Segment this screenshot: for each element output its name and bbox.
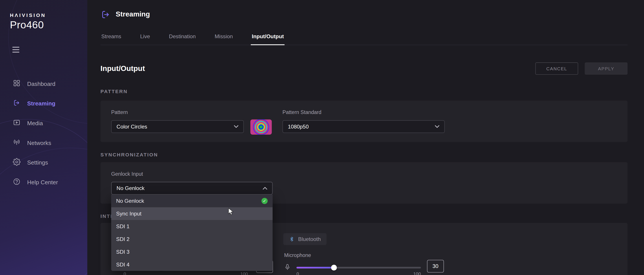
option-label: SDI 2: [116, 236, 130, 242]
dashboard-icon: [13, 79, 21, 88]
sidebar-item-label: Media: [27, 120, 43, 127]
media-icon: [13, 119, 21, 128]
pattern-field-label: Pattern: [111, 110, 244, 116]
scale-max-label: 100: [413, 271, 421, 275]
dropdown-option-sdi-3[interactable]: SDI 3: [111, 245, 272, 258]
microphone-label: Microphone: [284, 252, 311, 258]
pattern-section-label: PATTERN: [100, 89, 628, 95]
synchronization-card: Genlock Input No Genlock No Genlock ✓ Sy…: [100, 162, 628, 204]
tab-mission[interactable]: Mission: [214, 30, 234, 45]
dropdown-option-sdi-1[interactable]: SDI 1: [111, 220, 272, 233]
settings-icon: [13, 158, 21, 167]
pattern-select-value: Color Circles: [116, 123, 147, 130]
dropdown-option-sdi-4[interactable]: SDI 4: [111, 258, 272, 271]
microphone-value-input[interactable]: 30: [427, 260, 444, 273]
synchronization-section-label: SYNCHRONIZATION: [100, 152, 628, 158]
microphone-slider-row: 0 100 30: [284, 259, 444, 275]
genlock-field: Genlock Input No Genlock: [111, 171, 617, 195]
microphone-slider-scale: 0 100: [296, 271, 421, 275]
sidebar: HΛIVISION Pro460 Dashboard: [0, 0, 87, 275]
sidebar-nav: Dashboard Streaming Media: [0, 74, 87, 192]
chevron-down-icon: [435, 125, 440, 128]
pattern-select[interactable]: Color Circles: [111, 120, 244, 133]
genlock-select[interactable]: No Genlock: [111, 182, 272, 195]
pattern-field: Pattern Color Circles: [111, 110, 244, 133]
genlock-dropdown-menu: No Genlock ✓ Sync Input SDI 1 SDI 2 SDI …: [111, 195, 272, 271]
pattern-standard-label: Pattern Standard: [282, 110, 445, 116]
sidebar-item-label: Dashboard: [27, 80, 56, 87]
selected-check-icon: ✓: [262, 198, 268, 204]
apply-button[interactable]: APPLY: [585, 62, 628, 75]
pattern-standard-value: 1080p50: [288, 123, 309, 130]
option-label: Sync Input: [116, 211, 142, 217]
microphone-icon: [284, 262, 291, 272]
scale-min-label: 0: [124, 271, 126, 275]
cancel-button[interactable]: CANCEL: [535, 62, 578, 75]
pattern-standard-select[interactable]: 1080p50: [282, 120, 445, 133]
dropdown-option-no-genlock[interactable]: No Genlock ✓: [111, 195, 272, 207]
pattern-standard-field: Pattern Standard 1080p50: [282, 110, 445, 133]
dropdown-option-sdi-2[interactable]: SDI 2: [111, 233, 272, 246]
bluetooth-icon: [289, 236, 294, 243]
option-label: SDI 1: [116, 223, 130, 230]
chevron-up-icon: [262, 187, 267, 190]
product-name: Pro460: [10, 19, 46, 31]
option-label: SDI 4: [116, 261, 130, 268]
microphone-slider-fill: [296, 267, 334, 269]
sidebar-item-label: Settings: [27, 159, 48, 166]
sidebar-item-label: Streaming: [27, 100, 56, 107]
brand-name: HΛIVISION: [10, 12, 46, 18]
sidebar-item-networks[interactable]: Networks: [0, 133, 87, 153]
scale-min-label: 0: [296, 271, 299, 275]
section-header-row: Input/Output CANCEL APPLY: [100, 62, 628, 75]
tab-input-output[interactable]: Input/Output: [251, 30, 284, 45]
brand-logo: HΛIVISION Pro460: [10, 12, 46, 31]
networks-icon: [13, 138, 21, 147]
main-content: Streaming Streams Live Destination Missi…: [87, 0, 644, 275]
sidebar-item-label: Help Center: [27, 179, 58, 186]
streaming-icon: [100, 9, 111, 19]
sidebar-item-settings[interactable]: Settings: [0, 153, 87, 172]
pattern-preview-thumbnail: [250, 119, 272, 135]
microphone-slider-track[interactable]: [296, 267, 421, 269]
speaker-slider-scale: 0 100: [124, 271, 248, 275]
sidebar-item-label: Networks: [27, 139, 51, 146]
tab-live[interactable]: Live: [140, 30, 151, 45]
microphone-slider: 0 100: [296, 259, 421, 275]
genlock-select-value: No Genlock: [116, 185, 144, 191]
tab-bar: Streams Live Destination Mission Input/O…: [100, 30, 628, 45]
genlock-field-label: Genlock Input: [111, 171, 617, 177]
option-label: No Genlock: [116, 198, 144, 204]
pattern-card: Pattern Color Circles Pattern Standard 1…: [100, 101, 628, 142]
bluetooth-button-label: Bluetooth: [298, 236, 321, 242]
option-label: SDI 3: [116, 249, 130, 255]
sidebar-item-dashboard[interactable]: Dashboard: [0, 74, 87, 94]
microphone-slider-handle[interactable]: [331, 265, 336, 271]
page-title: Streaming: [116, 10, 150, 18]
help-icon: [13, 178, 21, 187]
sidebar-item-streaming[interactable]: Streaming: [0, 94, 87, 113]
sidebar-item-help-center[interactable]: Help Center: [0, 172, 87, 192]
hamburger-menu-icon[interactable]: [12, 47, 19, 54]
action-buttons: CANCEL APPLY: [535, 62, 628, 75]
dropdown-option-sync-input[interactable]: Sync Input: [111, 207, 272, 220]
chevron-down-icon: [234, 125, 238, 128]
tab-destination[interactable]: Destination: [168, 30, 196, 45]
page-header: Streaming: [100, 9, 628, 20]
app-window: HΛIVISION Pro460 Dashboard: [0, 0, 644, 275]
streaming-icon: [13, 99, 21, 108]
tab-streams[interactable]: Streams: [100, 30, 122, 45]
section-title: Input/Output: [100, 64, 145, 73]
sidebar-item-media[interactable]: Media: [0, 113, 87, 133]
scale-max-label: 100: [240, 271, 248, 275]
bluetooth-button[interactable]: Bluetooth: [283, 233, 326, 245]
